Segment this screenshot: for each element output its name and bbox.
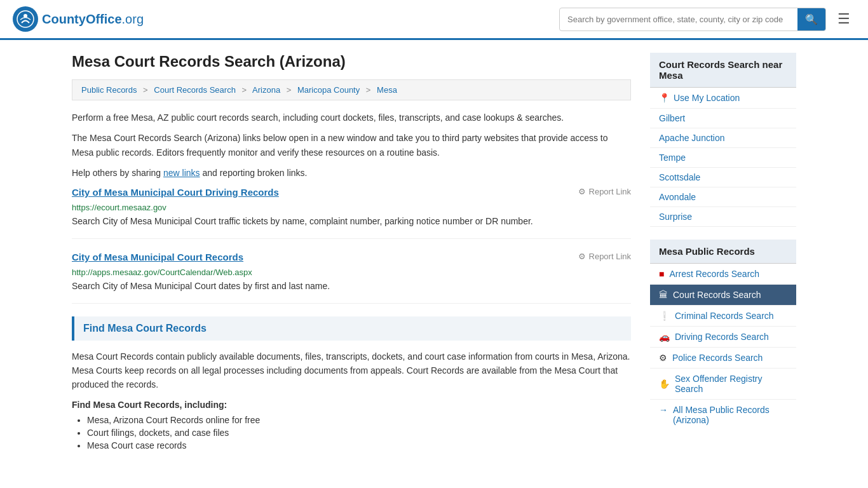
court-icon: 🏛 bbox=[659, 290, 668, 300]
intro-prefix: Help others by sharing bbox=[72, 168, 163, 178]
resource-municipal-records: City of Mesa Municipal Court Records ⚙ R… bbox=[72, 252, 631, 304]
breadcrumb-sep-1: > bbox=[143, 85, 148, 95]
location-link-tempe[interactable]: Tempe bbox=[659, 152, 686, 163]
breadcrumb-court-records[interactable]: Court Records Search bbox=[154, 85, 236, 95]
pin-icon: 📍 bbox=[659, 93, 670, 103]
sidebar-item-arrest-records[interactable]: ■ Arrest Records Search bbox=[650, 264, 796, 285]
location-link-apache[interactable]: Apache Junction bbox=[659, 133, 725, 143]
find-section-body: Mesa Court Records contain publicly avai… bbox=[72, 349, 631, 392]
sidebar-location-surprise: Surprise bbox=[650, 207, 796, 227]
page-title: Mesa Court Records Search (Arizona) bbox=[72, 53, 631, 71]
sidebar-location-avondale: Avondale bbox=[650, 187, 796, 207]
location-link-scottsdale[interactable]: Scottsdale bbox=[659, 172, 700, 182]
sidebar-location-apache: Apache Junction bbox=[650, 128, 796, 148]
site-header: CountyOffice.org 🔍 ☰ bbox=[0, 0, 868, 40]
driving-icon: 🚗 bbox=[659, 332, 670, 342]
sidebar-all-records[interactable]: → All Mesa Public Records (Arizona) bbox=[650, 400, 796, 430]
search-bar: 🔍 bbox=[559, 8, 826, 31]
criminal-records-link[interactable]: Criminal Records Search bbox=[675, 311, 774, 321]
sidebar-item-sex-offender[interactable]: ✋ Sex Offender Registry Search bbox=[650, 369, 796, 400]
logo-area: CountyOffice.org bbox=[13, 6, 144, 32]
sidebar-location-tempe: Tempe bbox=[650, 148, 796, 168]
resource-1-desc: Search City of Mesa Municipal Court traf… bbox=[72, 215, 631, 228]
find-section-heading: Find Mesa Court Records bbox=[72, 316, 631, 341]
use-location-item[interactable]: 📍 Use My Location bbox=[650, 88, 796, 109]
intro-paragraph-3: Help others by sharing new links and rep… bbox=[72, 166, 631, 180]
breadcrumb-arizona[interactable]: Arizona bbox=[252, 85, 280, 95]
criminal-icon: ❕ bbox=[659, 311, 670, 321]
sidebar-public-records-section: Mesa Public Records ■ Arrest Records Sea… bbox=[650, 240, 796, 430]
sidebar-nearby-title: Court Records Search near Mesa bbox=[650, 53, 796, 88]
resource-2-header: City of Mesa Municipal Court Records ⚙ R… bbox=[72, 252, 631, 265]
logo-icon bbox=[13, 6, 38, 32]
svg-point-0 bbox=[17, 11, 34, 27]
location-link-surprise[interactable]: Surprise bbox=[659, 212, 692, 222]
breadcrumb-public-records[interactable]: Public Records bbox=[81, 85, 137, 95]
sidebar-public-records-title: Mesa Public Records bbox=[650, 240, 796, 264]
breadcrumb-sep-3: > bbox=[287, 85, 292, 95]
sidebar-item-police-records[interactable]: ⚙ Police Records Search bbox=[650, 348, 796, 369]
sidebar-item-criminal-records[interactable]: ❕ Criminal Records Search bbox=[650, 306, 796, 327]
resource-2-desc: Search City of Mesa Municipal Court date… bbox=[72, 280, 631, 293]
arrow-icon: → bbox=[659, 405, 668, 415]
arrest-icon: ■ bbox=[659, 269, 664, 279]
find-section-sub-heading: Find Mesa Court Records, including: bbox=[72, 400, 631, 410]
resource-driving-records: City of Mesa Municipal Court Driving Rec… bbox=[72, 187, 631, 239]
police-icon: ⚙ bbox=[659, 353, 667, 363]
sex-offender-link[interactable]: Sex Offender Registry Search bbox=[675, 374, 787, 394]
sidebar-item-court-records[interactable]: 🏛 Court Records Search bbox=[650, 285, 796, 306]
bullet-item-3: Mesa Court case records bbox=[87, 440, 631, 451]
content-area: Mesa Court Records Search (Arizona) Publ… bbox=[72, 53, 631, 453]
sidebar: Court Records Search near Mesa 📍 Use My … bbox=[650, 53, 796, 453]
use-location-link[interactable]: Use My Location bbox=[674, 93, 740, 103]
report-icon-1: ⚙ bbox=[578, 187, 586, 196]
resource-1-title[interactable]: City of Mesa Municipal Court Driving Rec… bbox=[72, 187, 279, 198]
search-input[interactable] bbox=[560, 10, 797, 29]
breadcrumb: Public Records > Court Records Search > … bbox=[72, 79, 631, 100]
search-button[interactable]: 🔍 bbox=[797, 8, 825, 30]
intro-suffix: and reporting broken links. bbox=[200, 168, 308, 178]
breadcrumb-mesa[interactable]: Mesa bbox=[377, 85, 397, 95]
hamburger-menu-icon[interactable]: ☰ bbox=[832, 8, 855, 30]
intro-paragraph-1: Perform a free Mesa, AZ public court rec… bbox=[72, 111, 631, 125]
intro-paragraph-2: The Mesa Court Records Search (Arizona) … bbox=[72, 131, 631, 159]
location-link-avondale[interactable]: Avondale bbox=[659, 192, 696, 202]
breadcrumb-sep-4: > bbox=[366, 85, 371, 95]
location-link-gilbert[interactable]: Gilbert bbox=[659, 113, 685, 123]
header-right: 🔍 ☰ bbox=[559, 8, 855, 31]
all-records-link[interactable]: All Mesa Public Records (Arizona) bbox=[673, 405, 787, 425]
bullet-item-1: Mesa, Arizona Court Records online for f… bbox=[87, 415, 631, 425]
arrest-records-link[interactable]: Arrest Records Search bbox=[669, 269, 759, 279]
sidebar-item-driving-records[interactable]: 🚗 Driving Records Search bbox=[650, 327, 796, 348]
breadcrumb-sep-2: > bbox=[242, 85, 247, 95]
report-icon-2: ⚙ bbox=[578, 252, 586, 261]
resource-1-url[interactable]: https://ecourt.mesaaz.gov bbox=[72, 203, 631, 212]
logo-text: CountyOffice.org bbox=[42, 12, 144, 27]
sidebar-location-scottsdale: Scottsdale bbox=[650, 168, 796, 187]
find-section-bullets: Mesa, Arizona Court Records online for f… bbox=[72, 415, 631, 451]
resource-2-title[interactable]: City of Mesa Municipal Court Records bbox=[72, 252, 243, 262]
driving-records-link[interactable]: Driving Records Search bbox=[675, 332, 769, 342]
bullet-item-2: Court filings, dockets, and case files bbox=[87, 428, 631, 438]
resource-2-report[interactable]: ⚙ Report Link bbox=[578, 252, 631, 261]
new-links-link[interactable]: new links bbox=[163, 168, 200, 178]
main-container: Mesa Court Records Search (Arizona) Publ… bbox=[53, 40, 815, 466]
breadcrumb-maricopa[interactable]: Maricopa County bbox=[297, 85, 360, 95]
sidebar-nearby-section: Court Records Search near Mesa 📍 Use My … bbox=[650, 53, 796, 227]
sex-offender-icon: ✋ bbox=[659, 379, 670, 389]
police-records-link[interactable]: Police Records Search bbox=[672, 353, 763, 363]
resource-1-report[interactable]: ⚙ Report Link bbox=[578, 187, 631, 196]
resource-2-url[interactable]: http://apps.mesaaz.gov/CourtCalendar/Web… bbox=[72, 268, 631, 277]
sidebar-location-gilbert: Gilbert bbox=[650, 109, 796, 128]
resource-1-header: City of Mesa Municipal Court Driving Rec… bbox=[72, 187, 631, 200]
court-records-link[interactable]: Court Records Search bbox=[673, 290, 761, 300]
